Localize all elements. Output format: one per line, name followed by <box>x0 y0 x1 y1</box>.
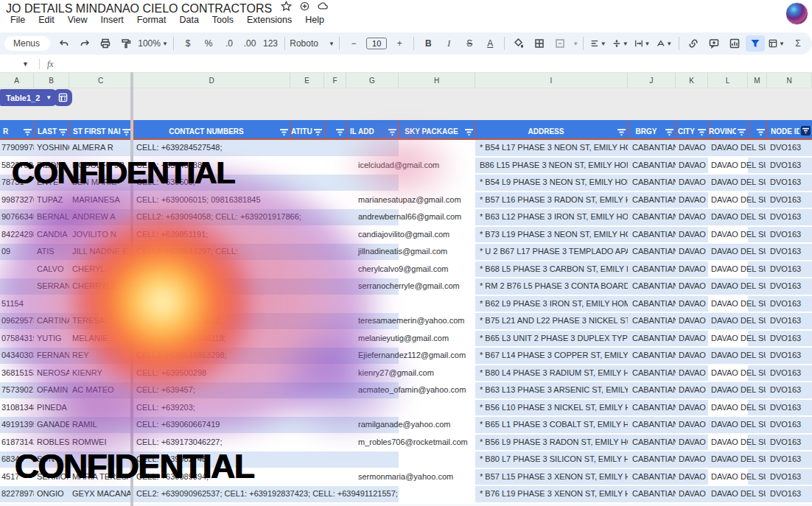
cell[interactable] <box>324 227 346 245</box>
column-header-prov[interactable]: ROVINC <box>708 120 748 140</box>
cell[interactable] <box>290 382 324 400</box>
account-avatar[interactable] <box>785 2 808 25</box>
filter-icon[interactable] <box>757 129 765 136</box>
column-header-brgy[interactable]: BRGY <box>628 120 676 140</box>
menu-data[interactable]: Data <box>173 14 204 26</box>
cell[interactable] <box>133 261 290 279</box>
column-letter-G[interactable]: G <box>346 73 399 88</box>
cell[interactable] <box>346 400 399 418</box>
cell[interactable] <box>399 451 475 469</box>
cell[interactable] <box>324 244 346 261</box>
cell[interactable] <box>290 365 324 383</box>
filter-icon[interactable] <box>617 129 626 136</box>
cell[interactable] <box>290 435 324 452</box>
table-row[interactable]: 84224298CANDIAJOVILITO NCELL: +639851191… <box>0 227 812 245</box>
functions-button[interactable]: Σ <box>788 35 808 52</box>
more-formats-button[interactable]: 123 <box>261 35 280 52</box>
column-letter-I[interactable]: I <box>475 73 628 88</box>
filter-icon[interactable] <box>738 129 746 136</box>
cell[interactable] <box>324 365 346 383</box>
vertical-align-icon[interactable]: ▼ <box>610 35 631 52</box>
print-icon[interactable] <box>96 35 115 52</box>
table-row[interactable]: 36815153NEROSAKIENRYCELL: +639500298kien… <box>0 365 812 383</box>
table-row[interactable]: 09ATISJILL NADINE ECELL1: +639643297; CE… <box>0 244 812 261</box>
cell[interactable] <box>324 382 346 400</box>
active-filter-icon[interactable] <box>801 126 811 136</box>
cell[interactable] <box>346 140 399 158</box>
table-row[interactable]: 82278978ONGIOGEYX MACANASCEL2: +63909096… <box>0 486 812 504</box>
cell[interactable] <box>290 261 324 279</box>
column-header-last[interactable]: LAST I <box>34 120 69 140</box>
column-letter-L[interactable]: L <box>708 73 748 88</box>
column-header-strip[interactable]: ABCDEFGHIJKLMN <box>0 72 812 88</box>
column-letter-H[interactable]: H <box>399 73 475 88</box>
cell[interactable] <box>346 175 399 192</box>
cell[interactable] <box>290 296 324 314</box>
cell[interactable] <box>324 400 346 418</box>
menu-file[interactable]: File <box>4 14 31 26</box>
insert-chart-icon[interactable] <box>725 35 744 52</box>
cell[interactable] <box>324 313 346 331</box>
cell[interactable] <box>324 140 346 158</box>
cell[interactable] <box>69 296 133 314</box>
decrease-font-button[interactable]: − <box>344 35 363 52</box>
filter-icon[interactable] <box>314 129 322 136</box>
menus-search-button[interactable]: Menus <box>4 36 50 51</box>
cell[interactable] <box>290 227 324 245</box>
cell[interactable] <box>324 435 346 452</box>
borders-icon[interactable] <box>530 35 549 52</box>
redo-icon[interactable] <box>75 35 94 52</box>
cell[interactable] <box>0 261 34 279</box>
insert-link-icon[interactable] <box>684 35 703 52</box>
column-header-f[interactable] <box>324 120 346 140</box>
column-letter-E[interactable]: E <box>290 73 324 88</box>
column-header-contact[interactable]: CONTACT NUMBERS <box>133 120 290 140</box>
horizontal-align-icon[interactable]: ▼ <box>588 35 609 52</box>
cell[interactable] <box>290 400 324 418</box>
table-row[interactable]: SERRANOCHERRYLEserranocherryle@gmail.com… <box>0 278 812 296</box>
cell[interactable] <box>324 192 346 210</box>
menu-help[interactable]: Help <box>299 14 330 26</box>
table-row[interactable]: 09629573CARTINATERESACELL: +639912216072… <box>0 313 812 331</box>
fill-color-icon[interactable] <box>509 35 528 52</box>
filter-icon[interactable] <box>698 129 706 136</box>
column-header-first[interactable]: ST FIRST NAI <box>69 120 133 140</box>
table-name-chip[interactable]: Table1_2 ▼ <box>0 89 57 106</box>
increase-font-button[interactable]: + <box>390 35 409 52</box>
text-color-button[interactable]: A <box>480 35 500 52</box>
cell[interactable] <box>290 278 324 296</box>
cell[interactable] <box>290 469 324 487</box>
format-percent-button[interactable]: % <box>199 35 218 52</box>
cell[interactable] <box>324 469 346 487</box>
column-letter-C[interactable]: C <box>69 73 133 88</box>
font-size-input[interactable]: 10 <box>366 38 387 49</box>
column-letter-A[interactable]: A <box>0 73 34 88</box>
increase-decimal-button[interactable]: .00 <box>240 35 259 52</box>
table-row[interactable]: 75739021OFAMINAC MATEOCELL: +639457;acma… <box>0 382 812 400</box>
cell[interactable] <box>346 451 399 469</box>
filter-icon[interactable] <box>59 129 67 136</box>
table-row[interactable]: 07584319YUTIGMELANIECELL1: +639950198118… <box>0 331 812 348</box>
filter-icon[interactable] <box>465 129 473 136</box>
menu-format[interactable]: Format <box>131 14 172 26</box>
cell[interactable] <box>34 296 69 314</box>
column-letter-D[interactable]: D <box>133 73 290 88</box>
cell[interactable] <box>133 296 290 314</box>
cell[interactable] <box>324 331 346 348</box>
menu-extensions[interactable]: Extensions <box>241 14 298 26</box>
italic-button[interactable]: I <box>439 35 458 52</box>
cell[interactable] <box>290 244 324 261</box>
menu-view[interactable]: View <box>62 14 94 26</box>
column-letter-J[interactable]: J <box>628 73 676 88</box>
column-header-email[interactable]: IL ADD <box>346 120 399 140</box>
font-select[interactable]: Roboto▼ <box>290 35 335 52</box>
table-row[interactable]: 99873276TUPAZMARIANESACELL: +639006015; … <box>0 192 812 210</box>
cell[interactable] <box>324 158 346 175</box>
cell[interactable] <box>399 175 475 192</box>
filter-views-icon[interactable]: ▼ <box>766 35 787 52</box>
cell[interactable] <box>324 348 346 365</box>
column-letter-F[interactable]: F <box>324 73 346 88</box>
paint-format-icon[interactable] <box>116 35 136 52</box>
undo-icon[interactable] <box>55 35 74 52</box>
create-filter-icon[interactable] <box>746 35 765 52</box>
